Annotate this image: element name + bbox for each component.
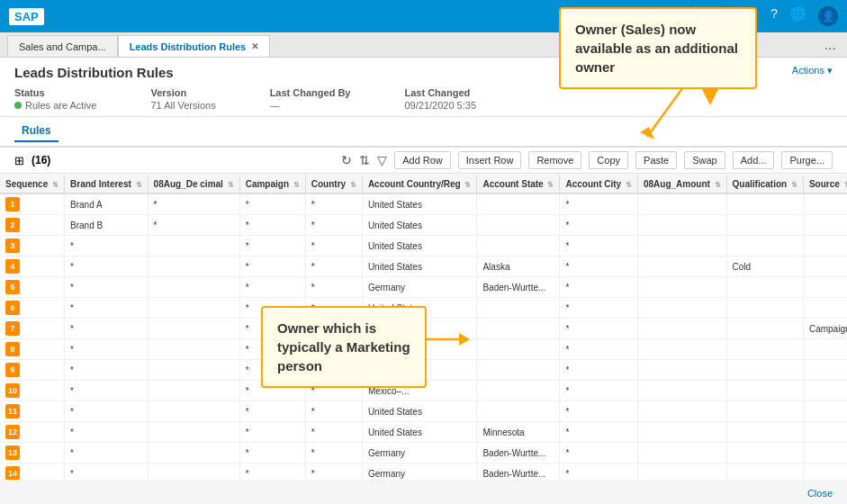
- status-label: Status: [14, 87, 96, 98]
- tab-leads-distribution[interactable]: Leads Distribution Rules ✕: [118, 35, 271, 57]
- table-row[interactable]: 1Brand A***United States*US WestUS – Wes…: [0, 194, 847, 215]
- col-sequence: Sequence ⇅: [0, 175, 65, 194]
- add-row-button[interactable]: Add Row: [394, 151, 451, 169]
- grid-icon: ⊞: [14, 154, 24, 167]
- tab-close-icon[interactable]: ✕: [251, 41, 258, 51]
- table-row[interactable]: 14***GermanyBaden-Wurtte...*69190James A…: [0, 464, 847, 481]
- last-changed-label: Last Changed: [405, 87, 477, 98]
- callout-top-right: Owner (Sales) now available as an additi…: [559, 7, 757, 89]
- col-acct-state: Account State ⇅: [477, 175, 560, 194]
- row-count: (16): [32, 154, 50, 166]
- tab-label: Sales and Campa...: [19, 41, 106, 52]
- callout-bottom-line2: typically a Marketing: [277, 338, 410, 356]
- col-source: Source ⇅: [803, 175, 847, 194]
- callout-top-text: Owner (Sales) now available as an additi…: [575, 22, 738, 75]
- last-changed-item: Last Changed 09/21/2020 5:35: [405, 87, 477, 111]
- col-country: Country ⇅: [305, 175, 362, 194]
- table-row[interactable]: 3***United States*▪▪: [0, 236, 847, 256]
- tab-more[interactable]: ...: [821, 33, 840, 57]
- last-changed-value: 09/21/2020 5:35: [405, 100, 477, 111]
- callout-arrow-top: [629, 87, 701, 141]
- swap-button[interactable]: Swap: [684, 151, 725, 169]
- last-changed-by-value: —: [270, 100, 280, 111]
- col-brand-interest: Brand Interest ⇅: [65, 175, 149, 194]
- col-qualification: Qualification ⇅: [726, 175, 803, 194]
- last-changed-by-label: Last Changed By: [270, 87, 351, 98]
- close-button[interactable]: Close: [807, 488, 833, 499]
- status-item: Status Rules are Active: [14, 87, 96, 111]
- table-row[interactable]: 4***United StatesAlaska*ColdRakesh Agarw…: [0, 256, 847, 277]
- version-label: Version: [150, 87, 215, 98]
- last-changed-by-item: Last Changed By —: [270, 87, 351, 111]
- status-dot: [14, 102, 22, 109]
- insert-row-button[interactable]: Insert Row: [458, 151, 522, 169]
- status-value: Rules are Active: [25, 100, 96, 111]
- version-item: Version 71 All Versions: [150, 87, 215, 111]
- rules-tab[interactable]: Rules: [14, 121, 59, 142]
- table-row[interactable]: 5***GermanyBaden-Wurtte...*69190James An…: [0, 277, 847, 298]
- callout-bottom-line3: person: [277, 356, 410, 375]
- globe-icon[interactable]: 🌐: [790, 6, 806, 26]
- purge-button[interactable]: Purge...: [781, 151, 833, 169]
- refresh-icon[interactable]: ↻: [341, 153, 352, 167]
- version-value: 71 All Versions: [150, 100, 215, 111]
- svg-marker-3: [459, 333, 470, 346]
- rules-tab-row: Rules: [0, 117, 847, 148]
- col-08aug-decimal: 08Aug_De cimal ⇅: [148, 175, 239, 194]
- toolbar: ⊞ (16) ↻ ⇅ ▽ Add Row Insert Row Remove C…: [0, 148, 847, 174]
- table-header-row: Sequence ⇅ Brand Interest ⇅ 08Aug_De cim…: [0, 175, 847, 194]
- callout-bottom-left: Owner which is typically a Marketing per…: [261, 306, 427, 388]
- svg-line-0: [647, 87, 683, 137]
- col-08aug-amount: 08Aug_Amount ⇅: [637, 175, 726, 194]
- tab-label: Leads Distribution Rules: [130, 41, 247, 52]
- paste-button[interactable]: Paste: [635, 151, 677, 169]
- tab-sales-campaign[interactable]: Sales and Campa...: [7, 35, 118, 57]
- remove-button[interactable]: Remove: [528, 151, 581, 169]
- callout-bottom-line1: Owner which is: [277, 319, 410, 338]
- sort-icon[interactable]: ⇅: [359, 153, 370, 167]
- table-row[interactable]: 11***United States*Bob NemontSales Unit …: [0, 401, 847, 422]
- col-acct-country: Account Country/Reg ⇅: [362, 175, 477, 194]
- table-row[interactable]: 12***United StatesMinnesota*Mike Summers…: [0, 422, 847, 443]
- user-icon[interactable]: 👤: [818, 6, 838, 26]
- add-button[interactable]: Add...: [733, 151, 775, 169]
- col-campaign: Campaign ⇅: [239, 175, 305, 194]
- sap-logo: SAP: [9, 8, 44, 25]
- help-icon[interactable]: ?: [770, 6, 778, 26]
- table-row[interactable]: 13***GermanyBaden-Wurtte...*69199James A…: [0, 443, 847, 464]
- actions-button[interactable]: Actions ▾: [792, 65, 833, 76]
- copy-button[interactable]: Copy: [589, 151, 628, 169]
- table-row[interactable]: 2Brand B***United States*▪US – Northw...…: [0, 215, 847, 236]
- col-acct-city: Account City ⇅: [560, 175, 637, 194]
- filter-icon[interactable]: ▽: [377, 153, 387, 167]
- callout-arrow-bottom: [425, 326, 470, 353]
